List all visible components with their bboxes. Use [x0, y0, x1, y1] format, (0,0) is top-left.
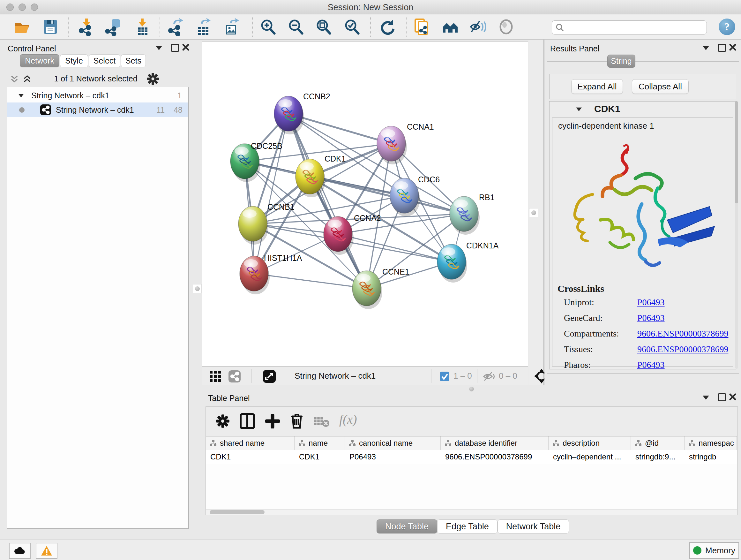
column-header-canonicalname[interactable]: canonical name — [345, 436, 441, 450]
collection-expander-icon[interactable] — [18, 94, 24, 97]
network-collection-row[interactable]: String Network – cdk1 1 — [7, 89, 188, 102]
network-node-ccnb1[interactable]: CCNB1 — [239, 202, 294, 245]
show-all-icon[interactable] — [497, 18, 515, 36]
crosslink-value-link[interactable]: P06493 — [637, 360, 665, 370]
control-panel-title: Control Panel — [8, 44, 56, 53]
column-header-description[interactable]: description — [549, 436, 631, 450]
table-hscrollbar[interactable] — [206, 509, 737, 515]
column-header-id[interactable]: @id — [631, 436, 684, 450]
clone-network-icon[interactable] — [413, 18, 431, 36]
column-type-icon — [688, 440, 695, 447]
expand-all-button[interactable]: Expand All — [571, 79, 623, 94]
delete-table-icon[interactable] — [313, 416, 330, 427]
network-node-cdk1[interactable]: CDK1 — [295, 154, 346, 197]
network-options-gear-icon[interactable] — [146, 72, 159, 85]
results-scrollbar[interactable] — [735, 101, 738, 369]
zoom-selected-icon[interactable] — [343, 18, 361, 36]
show-columns-icon[interactable] — [240, 413, 255, 429]
tab-network-table[interactable]: Network Table — [497, 519, 569, 534]
close-panel-icon[interactable] — [729, 44, 737, 51]
tab-network[interactable]: Network — [20, 54, 59, 67]
collapse-all-button[interactable]: Collapse All — [632, 79, 689, 94]
left-splitter-handle[interactable] — [193, 284, 202, 293]
network-edge[interactable] — [254, 114, 288, 273]
network-node-rb1[interactable]: RB1 — [450, 193, 495, 235]
network-node-cdkn1a[interactable]: CDKN1A — [437, 241, 499, 283]
export-network-icon[interactable] — [167, 18, 185, 36]
table-cell[interactable]: stringdb — [684, 450, 737, 464]
selected-checkbox-icon[interactable] — [440, 371, 450, 381]
maximize-panel-icon[interactable] — [718, 44, 726, 52]
right-splitter-handle[interactable] — [529, 208, 538, 217]
table-row[interactable]: CDK1CDK1P064939606.ENSP00000378699cyclin… — [206, 450, 737, 464]
hide-selected-icon[interactable] — [469, 18, 487, 36]
table-cell[interactable]: P06493 — [345, 450, 441, 464]
toolbar-separator — [526, 369, 526, 383]
crosslink-value-link[interactable]: P06493 — [637, 313, 665, 323]
import-network-database-icon[interactable] — [105, 18, 122, 36]
delete-column-trash-icon[interactable] — [289, 413, 304, 429]
network-node-cdc25b[interactable]: CDC25B — [230, 141, 282, 182]
network-canvas[interactable]: CCNB2CCNA1CDC25BCDK1CDC6RB1CCNB1CCNA2CDK… — [202, 42, 528, 367]
table-cell[interactable]: CDK1 — [294, 450, 345, 464]
float-panel-icon[interactable] — [703, 46, 709, 50]
tab-sets[interactable]: Sets — [121, 54, 146, 67]
tab-select[interactable]: Select — [89, 54, 120, 67]
tab-style[interactable]: Style — [60, 54, 88, 67]
network-edge[interactable] — [254, 273, 367, 288]
string-network-badge-icon[interactable] — [228, 370, 241, 383]
toolbar-separator — [252, 369, 252, 383]
column-header-name[interactable]: name — [294, 436, 345, 450]
crosslink-value-link[interactable]: P06493 — [637, 297, 665, 307]
warnings-button[interactable] — [36, 543, 57, 559]
tab-edge-table[interactable]: Edge Table — [437, 519, 497, 534]
table-cell[interactable]: cyclin–dependent ... — [549, 450, 631, 464]
network-row-selected[interactable]: String Network – cdk1 11 48 — [7, 103, 188, 117]
network-node-ccne1[interactable]: CCNE1 — [352, 267, 409, 309]
zoom-fit-icon[interactable] — [315, 18, 333, 36]
crosslink-value-link[interactable]: 9606.ENSP00000378699 — [637, 344, 728, 354]
column-header-databaseidentifier[interactable]: database identifier — [441, 436, 549, 450]
close-panel-icon[interactable] — [729, 393, 737, 401]
table-cell[interactable]: stringdb:9... — [631, 450, 684, 464]
network-node-ccnb2[interactable]: CCNB2 — [274, 92, 330, 134]
network-node-hist1h1a[interactable]: HIST1H1A — [240, 253, 302, 294]
update-network-icon[interactable] — [378, 18, 396, 36]
zoom-out-icon[interactable] — [287, 18, 305, 36]
column-header-sharedname[interactable]: shared name — [206, 436, 294, 450]
gene-section-expander-icon[interactable] — [576, 108, 582, 111]
memory-button[interactable]: Memory — [689, 542, 739, 559]
cloud-status-button[interactable] — [9, 543, 30, 559]
tab-node-table[interactable]: Node Table — [377, 519, 437, 534]
tab-string[interactable]: String — [607, 55, 635, 68]
import-network-file-icon[interactable] — [77, 18, 95, 36]
maximize-panel-icon[interactable] — [171, 44, 179, 52]
crosslink-value-link[interactable]: 9606.ENSP00000378699 — [637, 328, 728, 339]
export-image-icon[interactable] — [223, 18, 241, 36]
table-cell[interactable]: CDK1 — [206, 450, 294, 464]
table-settings-gear-icon[interactable] — [215, 414, 230, 428]
function-builder-fx[interactable]: f(x) — [339, 412, 357, 427]
search-field[interactable] — [552, 20, 707, 35]
network-edge[interactable] — [310, 177, 464, 214]
crosslinks-title: CrossLinks — [557, 283, 604, 294]
network-node-ccna2[interactable]: CCNA2 — [324, 213, 381, 255]
float-panel-icon[interactable] — [156, 46, 162, 50]
maximize-panel-icon[interactable] — [718, 393, 726, 401]
column-header-namespac[interactable]: namespac — [684, 436, 737, 450]
export-table-icon[interactable] — [194, 18, 212, 36]
open-in-new-window-icon[interactable] — [263, 370, 276, 383]
zoom-in-icon[interactable] — [259, 18, 277, 36]
import-table-file-icon[interactable] — [133, 18, 151, 36]
open-session-icon[interactable] — [13, 18, 31, 36]
birds-eye-grid-icon[interactable] — [209, 370, 222, 383]
horizontal-splitter-handle[interactable] — [469, 387, 474, 391]
table-cell[interactable]: 9606.ENSP00000378699 — [441, 450, 549, 464]
save-session-icon[interactable] — [42, 18, 59, 36]
close-panel-icon[interactable] — [182, 44, 190, 51]
create-column-plus-icon[interactable] — [265, 414, 280, 428]
float-panel-icon[interactable] — [703, 395, 709, 400]
first-neighbors-icon[interactable] — [442, 18, 460, 36]
help-icon[interactable]: ? — [719, 18, 735, 35]
status-bar: Memory — [0, 540, 741, 560]
